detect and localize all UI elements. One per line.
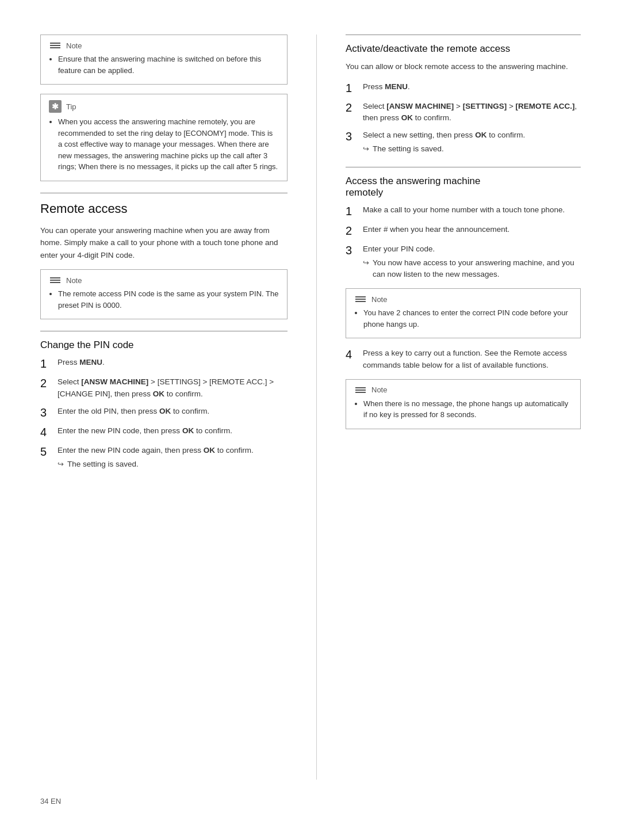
change-pin-steps: 1 Press MENU. 2 Select [ANSW MACHINE] > … bbox=[40, 357, 288, 470]
two-column-layout: Note Ensure that the answering machine i… bbox=[40, 35, 581, 780]
note-list-4: When there is no message, the phone hang… bbox=[354, 398, 572, 421]
step-5-bold: OK bbox=[204, 446, 215, 455]
access-step-1: 1 Make a call to your home number with a… bbox=[346, 204, 581, 218]
note-header-3: Note bbox=[354, 295, 572, 304]
note-label-3: Note bbox=[371, 295, 387, 304]
act-2-bold2: [SETTINGS] bbox=[463, 102, 507, 110]
tip-header: ✱ Tip bbox=[49, 100, 279, 113]
note-header-2: Note bbox=[49, 276, 279, 285]
note-line-3c bbox=[355, 301, 366, 302]
right-divider-top bbox=[346, 35, 581, 35]
step4-num: 4 bbox=[346, 348, 357, 361]
note-line-1a bbox=[50, 43, 60, 44]
act-2-bold1: [ANSW MACHINE] bbox=[386, 102, 454, 110]
note-lines-4 bbox=[355, 387, 366, 393]
act-3-sub-text: The setting is saved. bbox=[373, 143, 444, 155]
arrow-act-3: ↪ bbox=[363, 143, 369, 155]
step-content-4: Enter the new PIN code, then press OK to… bbox=[57, 425, 288, 437]
note-header-1: Note bbox=[49, 41, 279, 50]
act-num-2: 2 bbox=[346, 101, 357, 114]
change-pin-step-1: 1 Press MENU. bbox=[40, 357, 288, 371]
step-num-4: 4 bbox=[40, 425, 52, 439]
step-4-item: 4 Press a key to carry out a function. S… bbox=[346, 348, 581, 371]
note-item-3: You have 2 chances to enter the correct … bbox=[363, 307, 572, 330]
note-line-2b bbox=[50, 280, 60, 281]
note-lines-3 bbox=[355, 296, 366, 302]
acc-num-1: 1 bbox=[346, 204, 357, 218]
act-1-bold: MENU bbox=[385, 82, 408, 91]
note-item-1: Ensure that the answering machine is swi… bbox=[58, 54, 279, 76]
change-pin-step-2: 2 Select [ANSW MACHINE] > [SETTINGS] > [… bbox=[40, 376, 288, 400]
note-box-3: Note You have 2 chances to enter the cor… bbox=[346, 288, 581, 338]
acc-content-1: Make a call to your home number with a t… bbox=[363, 204, 581, 216]
change-pin-step-5: 5 Enter the new PIN code again, then pre… bbox=[40, 445, 288, 471]
note-line-4c bbox=[355, 392, 366, 393]
note-lines-2 bbox=[50, 277, 60, 283]
note-item-2: The remote access PIN code is the same a… bbox=[58, 288, 279, 311]
note-line-3b bbox=[355, 299, 366, 300]
step-content-2: Select [ANSW MACHINE] > [SETTINGS] > [RE… bbox=[57, 376, 288, 400]
remote-access-body: You can operate your answering machine w… bbox=[40, 224, 288, 262]
access-step-2: 2 Enter # when you hear the announcement… bbox=[346, 224, 581, 238]
note-line-1b bbox=[50, 45, 60, 46]
acc-3-sub: ↪ You now have access to your answering … bbox=[363, 257, 581, 281]
note-label-4: Note bbox=[371, 385, 387, 394]
note-header-4: Note bbox=[354, 385, 572, 395]
note-list-3: You have 2 chances to enter the correct … bbox=[354, 307, 572, 330]
step-2-bold2: OK bbox=[153, 390, 164, 398]
note-icon-3 bbox=[354, 295, 367, 304]
note-line-1c bbox=[50, 47, 60, 48]
page: Note Ensure that the answering machine i… bbox=[0, 0, 621, 840]
activate-step-1: 1 Press MENU. bbox=[346, 81, 581, 95]
note-box-1: Note Ensure that the answering machine i… bbox=[40, 35, 288, 85]
step-content-5: Enter the new PIN code again, then press… bbox=[57, 445, 288, 471]
note-icon-1 bbox=[49, 41, 62, 50]
note-line-2c bbox=[50, 282, 60, 283]
note-box-2: Note The remote access PIN code is the s… bbox=[40, 269, 288, 319]
acc-num-3: 3 bbox=[346, 243, 357, 257]
note-list-1: Ensure that the answering machine is swi… bbox=[49, 54, 279, 76]
step-content-3: Enter the old PIN, then press OK to conf… bbox=[57, 406, 288, 417]
act-content-1: Press MENU. bbox=[363, 81, 581, 93]
step-4-bold: OK bbox=[182, 426, 194, 435]
change-pin-title: Change the PIN code bbox=[40, 339, 288, 351]
note-icon-4 bbox=[354, 385, 367, 395]
tip-icon: ✱ bbox=[49, 100, 62, 113]
left-column: Note Ensure that the answering machine i… bbox=[40, 35, 288, 780]
note-line-2a bbox=[50, 277, 60, 278]
activate-steps: 1 Press MENU. 2 Select [ANSW MACHINE] > … bbox=[346, 81, 581, 155]
act-2-bold4: OK bbox=[401, 113, 413, 122]
note-line-4a bbox=[355, 387, 366, 388]
act-3-sub: ↪ The setting is saved. bbox=[363, 143, 581, 155]
section-divider-2 bbox=[40, 331, 288, 331]
note-list-2: The remote access PIN code is the same a… bbox=[49, 288, 279, 311]
step-num-1: 1 bbox=[40, 357, 52, 371]
activate-body: You can allow or block remote access to … bbox=[346, 60, 581, 73]
access-steps: 1 Make a call to your home number with a… bbox=[346, 204, 581, 281]
act-num-1: 1 bbox=[346, 81, 357, 95]
tip-label: Tip bbox=[66, 102, 76, 111]
step-5-sub-text: The setting is saved. bbox=[67, 459, 139, 470]
acc-num-2: 2 bbox=[346, 224, 357, 238]
step-1-bold: MENU bbox=[79, 358, 102, 366]
note-line-4b bbox=[355, 390, 366, 391]
act-3-bold: OK bbox=[475, 131, 486, 139]
step-5-sub: ↪ The setting is saved. bbox=[57, 459, 288, 470]
step-3-bold: OK bbox=[159, 407, 171, 415]
act-content-3: Select a new setting, then press OK to c… bbox=[363, 129, 581, 155]
remote-access-title: Remote access bbox=[40, 201, 288, 216]
note-icon-2 bbox=[49, 276, 62, 285]
step4-list: 4 Press a key to carry out a function. S… bbox=[346, 348, 581, 371]
section-divider-1 bbox=[40, 193, 288, 193]
note-label-1: Note bbox=[66, 41, 82, 50]
tip-item-1: When you access the answering machine re… bbox=[58, 116, 279, 173]
change-pin-step-3: 3 Enter the old PIN, then press OK to co… bbox=[40, 406, 288, 419]
activate-title: Activate/deactivate the remote access bbox=[346, 43, 581, 55]
arrow-acc-3: ↪ bbox=[363, 257, 369, 269]
right-column: Activate/deactivate the remote access Yo… bbox=[316, 35, 581, 780]
step-num-5: 5 bbox=[40, 445, 52, 459]
note-item-4: When there is no message, the phone hang… bbox=[363, 398, 572, 421]
tip-box: ✱ Tip When you access the answering mach… bbox=[40, 94, 288, 181]
act-2-bold3: [REMOTE ACC.] bbox=[516, 102, 575, 110]
step-2-bold1: [ANSW MACHINE] bbox=[81, 377, 148, 386]
